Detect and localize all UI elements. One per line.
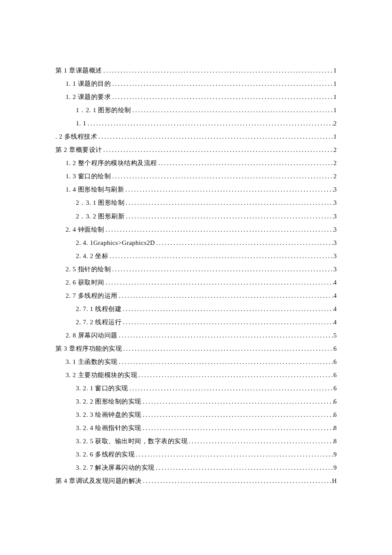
toc-entry-page: 6	[334, 395, 337, 408]
toc-leader-dots	[111, 170, 333, 183]
toc-leader-dots	[141, 395, 334, 408]
toc-leader-dots	[104, 223, 334, 236]
toc-entry-page: 1	[334, 90, 337, 104]
toc-entry-title: 2. 7 多线程的运用	[66, 289, 118, 302]
toc-entry-title: 3. 2. 2 图形绘制的实现	[76, 395, 141, 408]
toc-leader-dots	[122, 342, 334, 355]
toc-leader-dots	[108, 250, 333, 263]
toc-entry-page: 2	[334, 157, 337, 170]
toc-entry-title: 2. 4 钟面绘制	[66, 223, 104, 236]
toc-entry: 1. 4 图形绘制与刷新3	[55, 183, 337, 196]
toc-entry-page: H	[332, 474, 337, 488]
toc-entry: 3. 2. 7 解决屏幕闪动的实现9	[55, 461, 337, 474]
toc-entry-page: 6	[334, 408, 337, 421]
toc-entry-title: 2. 5 指针的绘制	[66, 263, 111, 276]
toc-entry-page: 8	[334, 435, 337, 448]
toc-entry: 2. 6 获取时间4	[55, 276, 337, 289]
toc-entry-title: 第 4 章调试及发现问题的解决	[55, 474, 142, 488]
toc-leader-dots	[111, 77, 333, 90]
toc-entry: 2. 4. 1Graphics>Graphics2D3	[55, 236, 337, 250]
toc-entry-title: 3. 2 主要功能模块的实现	[66, 369, 137, 382]
toc-entry: 1．2. 1 图形的绘制1	[55, 104, 337, 117]
toc-entry-title: 第 3 章程序功能的实现	[55, 342, 122, 355]
toc-leader-dots	[157, 157, 334, 170]
toc-entry-page: 3	[334, 250, 337, 263]
toc-entry: 2. 8 屏幕闪动问题5	[55, 329, 337, 342]
toc-entry: 1. 1 课题的目的1	[55, 77, 337, 90]
toc-entry-page: 9	[334, 448, 337, 461]
toc-entry: . 2 多线程技术1	[55, 130, 337, 143]
toc-entry: 2．3. 1 图形绘制3	[55, 196, 337, 209]
toc-entry-title: 2. 6 获取时间	[66, 276, 104, 289]
toc-entry-title: 第 2 章概要设计	[55, 143, 102, 157]
toc-entry-title: 2. 8 屏幕闪动问题	[66, 329, 118, 342]
toc-entry-page: 5	[334, 329, 337, 342]
toc-entry-page: 2	[334, 143, 337, 157]
toc-entry-page: 6	[334, 342, 337, 355]
toc-entry-page: 8	[334, 421, 337, 435]
toc-entry: 第 3 章程序功能的实现6	[55, 342, 337, 355]
toc-entry: 3. 2. 1 窗口的实现6	[55, 382, 337, 395]
toc-entry-page: 3	[334, 210, 337, 223]
toc-entry-page: 1	[334, 64, 337, 77]
toc-leader-dots	[142, 474, 332, 488]
toc-entry-page: 2	[334, 117, 337, 130]
toc-entry-title: 3. 2. 7 解决屏幕闪动的实现	[76, 461, 155, 474]
toc-leader-dots	[121, 316, 333, 329]
toc-entry: 1. 2 课题的要求1	[55, 90, 337, 104]
toc-entry-page: 1	[334, 130, 337, 143]
toc-entry-page: 1	[334, 77, 337, 90]
toc-leader-dots	[124, 183, 333, 196]
toc-entry-title: 2. 4. 2 坐标	[76, 250, 108, 263]
toc-entry-title: 第 1 章课题概述	[55, 64, 102, 77]
toc-entry: 第 1 章课题概述1	[55, 64, 337, 77]
toc-entry-page: 3	[334, 263, 337, 276]
toc-entry-page: 6	[334, 355, 337, 369]
toc-leader-dots	[111, 263, 333, 276]
toc-entry-title: 1. 4 图形绘制与刷新	[66, 183, 124, 196]
toc-leader-dots	[121, 302, 333, 316]
toc-leader-dots	[137, 369, 333, 382]
toc-leader-dots	[118, 289, 334, 302]
toc-entry-title: 2. 4. 1Graphics>Graphics2D	[76, 236, 155, 250]
toc-entry: 3. 2. 3 绘画钟盘的实现6	[55, 408, 337, 421]
toc-entry-title: 1. 3 窗口的绘制	[66, 170, 111, 183]
toc-entry-page: 4	[334, 289, 337, 302]
toc-leader-dots	[124, 196, 333, 209]
toc-leader-dots	[187, 435, 333, 448]
toc-leader-dots	[141, 421, 334, 435]
toc-entry-title: 2．3. 2 图形刷新	[76, 210, 124, 223]
toc-leader-dots	[111, 90, 333, 104]
toc-entry-title: 1. 2 课题的要求	[66, 90, 111, 104]
toc-entry: 2. 5 指针的绘制3	[55, 263, 337, 276]
toc-entry-title: 3. 2. 6 多线程的实现	[76, 448, 135, 461]
toc-entry-page: 2	[334, 170, 337, 183]
toc-entry-title: 1. 1 课题的目的	[66, 77, 111, 90]
toc-entry-page: 4	[334, 302, 337, 316]
toc-entry-title: 3. 1 主函数的实现	[66, 355, 118, 369]
toc-entry-page: 4	[334, 276, 337, 289]
toc-entry: 第 2 章概要设计2	[55, 143, 337, 157]
toc-entry-title: 1. 1	[76, 117, 86, 130]
toc-entry-title: 3. 2. 3 绘画钟盘的实现	[76, 408, 141, 421]
toc-entry-title: 2. 7. 2 线程运行	[76, 316, 121, 329]
toc-entry: 1. 2 整个程序的模块结构及流程2	[55, 157, 337, 170]
toc-entry-page: 3	[334, 196, 337, 209]
toc-entry-page: 3	[334, 183, 337, 196]
toc-entry-page: 6	[334, 382, 337, 395]
toc-leader-dots	[118, 355, 334, 369]
toc-entry: 2. 7. 1 线程创建4	[55, 302, 337, 316]
toc-entry-title: 1．2. 1 图形的绘制	[76, 104, 131, 117]
toc-leader-dots	[118, 329, 334, 342]
toc-entry: 3. 2. 5 获取、输出时间，数字表的实现8	[55, 435, 337, 448]
toc-entry-title: 1. 2 整个程序的模块结构及流程	[66, 157, 157, 170]
toc-leader-dots	[124, 210, 333, 223]
toc-entry-title: 3. 2. 4 绘画指针的实现	[76, 421, 141, 435]
toc-leader-dots	[97, 130, 333, 143]
toc-entry: 3. 2. 2 图形绘制的实现6	[55, 395, 337, 408]
toc-entry: 1. 3 窗口的绘制2	[55, 170, 337, 183]
toc-leader-dots	[135, 448, 333, 461]
toc-entry: 3. 2. 4 绘画指针的实现8	[55, 421, 337, 435]
toc-leader-dots	[155, 236, 334, 250]
toc-entry: 2. 7. 2 线程运行4	[55, 316, 337, 329]
